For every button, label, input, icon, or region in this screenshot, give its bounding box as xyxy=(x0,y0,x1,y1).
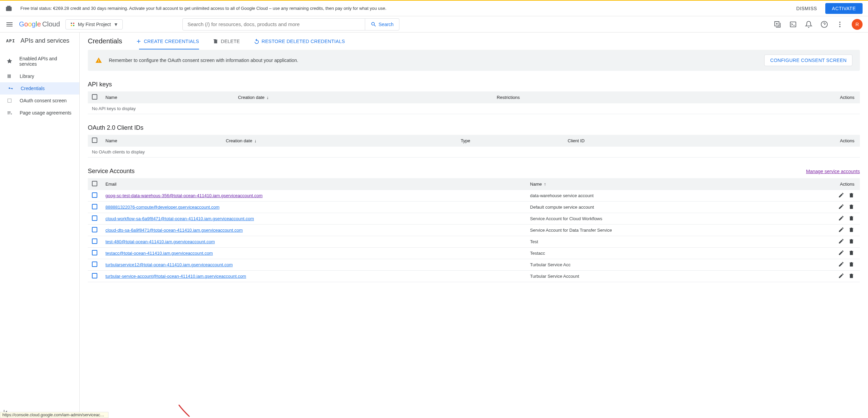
service-account-email-link[interactable]: 888881322076-compute@developer.gservicea… xyxy=(105,205,219,210)
sidebar-item-enabled-apis[interactable]: Enabled APIs and services xyxy=(0,53,79,70)
delete-icon[interactable] xyxy=(848,215,854,221)
service-account-email-link[interactable]: cloud-dts-sa-6a9f8471@total-ocean-411410… xyxy=(105,228,243,233)
col-client-id[interactable]: Client ID xyxy=(564,135,715,147)
service-account-email-link[interactable]: test-480@total-ocean-411410.iam.gservice… xyxy=(105,239,215,244)
edit-icon[interactable] xyxy=(838,261,844,267)
delete-icon[interactable] xyxy=(848,250,854,256)
edit-icon[interactable] xyxy=(838,238,844,244)
service-accounts-section: Service Accounts Manage service accounts… xyxy=(88,168,860,282)
sidebar-item-oauth-consent[interactable]: OAuth consent screen xyxy=(0,95,79,107)
delete-icon[interactable] xyxy=(848,261,854,267)
header: Google Cloud My First Project ▼ Search R xyxy=(0,16,868,33)
col-restrictions[interactable]: Restrictions xyxy=(493,91,700,103)
select-all-checkbox[interactable] xyxy=(92,94,97,100)
sidebar-item-library[interactable]: Library xyxy=(0,70,79,82)
table-row: 888881322076-compute@developer.gservicea… xyxy=(88,202,860,213)
search-input[interactable] xyxy=(188,21,360,27)
service-account-email-link[interactable]: turbularservice12@total-ocean-411410.iam… xyxy=(105,262,233,267)
col-creation[interactable]: Creation date↓ xyxy=(234,91,493,103)
service-account-name: Service Account for Data Transfer Servic… xyxy=(526,225,785,236)
edit-icon[interactable] xyxy=(838,192,844,198)
service-account-email-link[interactable]: turbular-service-account@total-ocean-411… xyxy=(105,274,246,279)
header-icons: R xyxy=(774,19,863,30)
delete-button[interactable]: DELETE xyxy=(213,38,240,44)
help-icon[interactable] xyxy=(821,21,828,28)
service-account-email-link[interactable]: cloud-workflow-sa-6a9f8471@total-ocean-4… xyxy=(105,216,254,221)
edit-icon[interactable] xyxy=(838,204,844,210)
row-checkbox[interactable] xyxy=(92,250,97,255)
api-keys-table: Name Creation date↓ Restrictions Actions… xyxy=(88,91,860,114)
delete-icon[interactable] xyxy=(848,238,854,244)
edit-icon[interactable] xyxy=(838,215,844,221)
service-account-name: Testacc xyxy=(526,248,785,259)
svg-point-13 xyxy=(11,113,12,114)
avatar[interactable]: R xyxy=(852,19,863,30)
col-type[interactable]: Type xyxy=(457,135,564,147)
sidebar-header[interactable]: API APIs and services xyxy=(0,33,79,49)
key-icon xyxy=(7,86,14,91)
activate-button[interactable]: ACTIVATE xyxy=(825,3,863,14)
sidebar-title: APIs and services xyxy=(20,37,69,44)
cloud-shell-icon[interactable] xyxy=(789,21,797,28)
notifications-icon[interactable] xyxy=(805,21,812,28)
row-checkbox[interactable] xyxy=(92,273,97,278)
delete-icon[interactable] xyxy=(848,204,854,210)
manage-service-accounts-link[interactable]: Manage service accounts xyxy=(806,169,860,174)
service-account-name: data-warehouse service account xyxy=(526,190,785,202)
row-checkbox[interactable] xyxy=(92,262,97,267)
service-account-name: Default compute service account xyxy=(526,202,785,213)
table-row: testacc@total-ocean-411410.iam.gservicea… xyxy=(88,248,860,259)
select-all-checkbox[interactable] xyxy=(92,181,97,186)
more-icon[interactable] xyxy=(836,21,844,28)
service-account-email-link[interactable]: testacc@total-ocean-411410.iam.gservicea… xyxy=(105,251,213,256)
api-keys-section: API keys Name Creation date↓ Restriction… xyxy=(88,81,860,114)
create-credentials-button[interactable]: CREATE CREDENTIALS xyxy=(136,38,199,44)
project-name: My First Project xyxy=(78,22,111,27)
service-account-name: Turbular Service Account xyxy=(526,271,785,282)
sidebar-item-credentials[interactable]: Credentials xyxy=(0,82,79,95)
search-button[interactable]: Search xyxy=(365,19,399,30)
col-creation[interactable]: Creation date↓ xyxy=(222,135,457,147)
caret-down-icon: ▼ xyxy=(114,22,118,27)
main-content: Credentials CREATE CREDENTIALS DELETE RE… xyxy=(80,33,868,418)
project-picker[interactable]: My First Project ▼ xyxy=(65,19,123,29)
gemini-icon[interactable] xyxy=(774,21,781,28)
service-account-name: Test xyxy=(526,236,785,248)
service-account-name: Service Account for Cloud Workflows xyxy=(526,213,785,225)
configure-consent-button[interactable]: CONFIGURE CONSENT SCREEN xyxy=(764,55,852,66)
delete-icon[interactable] xyxy=(848,192,854,198)
restore-button[interactable]: RESTORE DELETED CREDENTIALS xyxy=(254,38,345,44)
col-name[interactable]: Name xyxy=(101,135,222,147)
svg-point-2 xyxy=(71,25,72,26)
table-row: test-480@total-ocean-411410.iam.gservice… xyxy=(88,236,860,248)
edit-icon[interactable] xyxy=(838,273,844,279)
row-checkbox[interactable] xyxy=(92,227,97,232)
diamond-icon xyxy=(6,59,13,64)
sidebar-item-label: Page usage agreements xyxy=(20,110,72,116)
service-account-email-link[interactable]: goog-sc-test-data-warehous-356@total-oce… xyxy=(105,193,262,198)
row-checkbox[interactable] xyxy=(92,192,97,198)
row-checkbox[interactable] xyxy=(92,204,97,209)
sidebar: API APIs and services Enabled APIs and s… xyxy=(0,33,80,418)
select-all-checkbox[interactable] xyxy=(92,138,97,143)
col-name[interactable]: Name↑ xyxy=(526,178,785,190)
warning-icon xyxy=(95,57,102,64)
cloud-logo-text: Cloud xyxy=(42,20,60,28)
row-checkbox[interactable] xyxy=(92,238,97,244)
sidebar-item-page-usage[interactable]: Page usage agreements xyxy=(0,107,79,119)
consent-message: Remember to configure the OAuth consent … xyxy=(109,58,757,63)
col-name[interactable]: Name xyxy=(101,91,234,103)
svg-rect-9 xyxy=(8,75,8,78)
row-checkbox[interactable] xyxy=(92,215,97,221)
edit-icon[interactable] xyxy=(838,250,844,256)
col-email[interactable]: Email xyxy=(101,178,526,190)
gift-icon xyxy=(5,5,12,12)
edit-icon[interactable] xyxy=(838,227,844,233)
svg-point-7 xyxy=(839,24,841,25)
menu-icon[interactable] xyxy=(5,20,14,28)
delete-icon[interactable] xyxy=(848,273,854,279)
delete-icon[interactable] xyxy=(848,227,854,233)
google-cloud-logo[interactable]: Google Cloud xyxy=(19,20,60,28)
dismiss-button[interactable]: DISMISS xyxy=(792,3,821,14)
status-bar: https://console.cloud.google.com/iam-adm… xyxy=(0,412,108,418)
